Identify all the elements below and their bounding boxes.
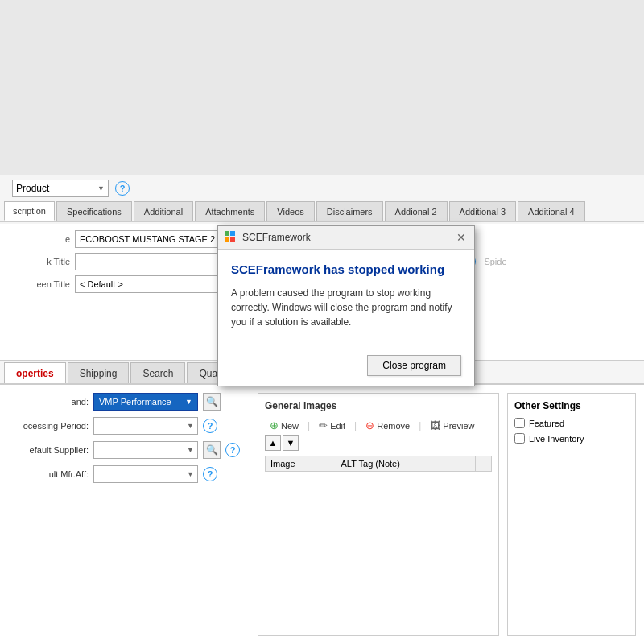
- bottom-section: operties Shipping Search Quantites Relat…: [0, 361, 644, 644]
- modal-titlebar: SCEFramework ✕: [218, 226, 474, 250]
- brand-row: and: VMP Performance ▼ 🔍: [8, 393, 250, 411]
- tab-description[interactable]: scription: [4, 201, 55, 221]
- images-edit-button[interactable]: ✏ Edit: [314, 418, 350, 433]
- modal-dialog: SCEFramework ✕ SCEFramework has stopped …: [217, 225, 475, 386]
- product-dropdown-label: Product: [16, 183, 49, 194]
- product-bar: Product ▼ ?: [0, 175, 644, 201]
- images-down-button[interactable]: ▼: [283, 435, 299, 451]
- svg-rect-1: [230, 231, 235, 236]
- btab-properties[interactable]: operties: [4, 362, 66, 383]
- images-remove-button[interactable]: ⊖ Remove: [361, 418, 415, 433]
- images-col-alt: ALT Tag (Note): [336, 456, 475, 472]
- images-toolbar: ⊕ New | ✏ Edit | ⊖ Remove | 🖼 Preview: [265, 418, 492, 451]
- brand-value: VMP Performance: [99, 397, 171, 407]
- modal-footer: Close program: [218, 355, 474, 386]
- default-supplier-row: efault Supplier: ▼ 🔍 ?: [8, 441, 250, 459]
- page-title-label: k Title: [10, 257, 70, 266]
- screen-title-label: een Title: [10, 279, 70, 289]
- remove-icon: ⊖: [365, 419, 374, 431]
- modal-body: SCEFramework has stopped working A probl…: [218, 250, 474, 355]
- tab-additional2[interactable]: Addional 2: [385, 201, 448, 221]
- live-inventory-checkbox[interactable]: [514, 433, 525, 444]
- modal-close-button[interactable]: ✕: [455, 231, 468, 244]
- top-tabs: scription Specifications Additional Atta…: [0, 200, 644, 222]
- processing-period-dropdown[interactable]: ▼: [93, 417, 198, 435]
- brand-search-button[interactable]: 🔍: [203, 393, 221, 411]
- preview-icon: 🖼: [430, 419, 440, 431]
- brand-label: and:: [8, 397, 89, 407]
- default-supplier-chevron: ▼: [187, 446, 194, 454]
- default-supplier-help[interactable]: ?: [225, 443, 240, 457]
- brand-search-icon: 🔍: [206, 396, 218, 407]
- product-dropdown-chevron: ▼: [97, 184, 105, 192]
- product-help-icon[interactable]: ?: [115, 181, 130, 196]
- featured-label: Featured: [529, 419, 564, 428]
- default-mfr-row: ult Mfr.Aff: ▼ ?: [8, 465, 250, 483]
- sce-framework-icon: [225, 231, 237, 244]
- btab-shipping[interactable]: Shipping: [68, 362, 130, 383]
- live-inventory-label: Live Inventory: [529, 434, 584, 444]
- product-dropdown[interactable]: Product ▼: [12, 180, 109, 197]
- tab-videos[interactable]: Videos: [266, 201, 314, 221]
- default-mfr-label: ult Mfr.Aff:: [8, 469, 89, 479]
- bg-top-area: [0, 0, 644, 177]
- tab-attachments[interactable]: Attachments: [195, 201, 265, 221]
- brand-chevron: ▼: [185, 398, 192, 406]
- tab-additional[interactable]: Additional: [134, 201, 193, 221]
- default-supplier-label: efault Supplier:: [8, 445, 89, 455]
- tab-disclaimers[interactable]: Disclaimers: [316, 201, 383, 221]
- tab-specifications[interactable]: Specifications: [56, 201, 132, 221]
- btab-search[interactable]: Search: [130, 362, 185, 383]
- supplier-search-icon: 🔍: [206, 444, 218, 456]
- modal-text: A problem caused the program to stop wor…: [231, 286, 461, 329]
- left-panel: and: VMP Performance ▼ 🔍 ocessing Period…: [8, 393, 250, 636]
- featured-row: Featured: [514, 418, 629, 428]
- images-panel-title: General Images: [265, 400, 492, 411]
- spider-label: Spide: [484, 257, 506, 266]
- tab-additional3[interactable]: Additional 3: [449, 201, 517, 221]
- default-mfr-help[interactable]: ?: [203, 467, 217, 481]
- processing-period-row: ocessing Period: ▼ ?: [8, 417, 250, 435]
- bottom-content: and: VMP Performance ▼ 🔍 ocessing Period…: [0, 385, 644, 644]
- close-program-button[interactable]: Close program: [367, 355, 461, 376]
- svg-rect-0: [225, 231, 229, 236]
- default-supplier-search[interactable]: 🔍: [203, 441, 221, 459]
- processing-period-label: ocessing Period:: [8, 421, 89, 431]
- tab-additional4[interactable]: Additional 4: [518, 201, 585, 221]
- edit-icon: ✏: [319, 419, 328, 431]
- svg-rect-3: [230, 237, 235, 242]
- modal-heading: SCEFramework has stopped working: [231, 262, 461, 276]
- images-col-action: [476, 456, 492, 472]
- images-up-button[interactable]: ▲: [265, 435, 281, 451]
- default-supplier-dropdown[interactable]: ▼: [93, 441, 198, 459]
- images-preview-button[interactable]: 🖼 Preview: [425, 418, 479, 433]
- other-settings-panel: Other Settings Featured Live Inventory: [507, 393, 636, 636]
- images-table: Image ALT Tag (Note): [265, 456, 492, 472]
- product-name-field-label: e: [10, 234, 70, 244]
- live-inventory-row: Live Inventory: [514, 433, 629, 444]
- modal-title-text: SCEFramework: [242, 232, 311, 243]
- featured-checkbox[interactable]: [514, 418, 525, 428]
- svg-rect-2: [225, 237, 229, 242]
- images-panel: General Images ⊕ New | ✏ Edit | ⊖ Remove…: [258, 393, 499, 636]
- default-mfr-chevron: ▼: [187, 470, 194, 478]
- new-icon: ⊕: [270, 419, 279, 431]
- processing-period-help[interactable]: ?: [203, 419, 217, 433]
- images-col-image: Image: [266, 456, 336, 472]
- processing-period-chevron: ▼: [187, 422, 194, 430]
- default-mfr-dropdown[interactable]: ▼: [93, 465, 198, 483]
- images-new-button[interactable]: ⊕ New: [265, 418, 303, 433]
- brand-dropdown[interactable]: VMP Performance ▼: [93, 393, 198, 411]
- modal-title-left: SCEFramework: [225, 231, 311, 244]
- other-settings-title: Other Settings: [514, 400, 629, 411]
